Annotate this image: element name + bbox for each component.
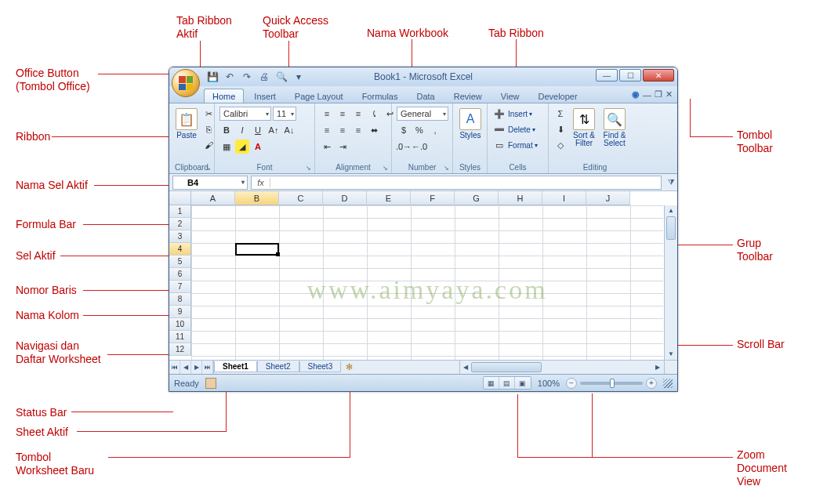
border-icon[interactable]: ▦ [219,140,234,154]
bold-button[interactable]: B [219,123,234,137]
tab-home[interactable]: Home [204,89,244,103]
tab-page-layout[interactable]: Page Layout [286,89,352,103]
tab-developer[interactable]: Developer [529,89,586,103]
column-header-E[interactable]: E [367,191,411,205]
row-header-8[interactable]: 8 [169,293,191,306]
nav-last-icon[interactable]: ⏭ [202,361,213,374]
row-header-11[interactable]: 11 [169,331,191,343]
maximize-button[interactable]: ☐ [619,69,641,82]
tab-view[interactable]: View [492,89,528,103]
align-right-icon[interactable]: ≡ [351,123,365,137]
sort-filter-button[interactable]: ⇅ Sort & Filter [570,107,598,149]
row-header-3[interactable]: 3 [169,230,191,243]
format-cells-button[interactable]: ▭Format▾ [492,138,538,152]
view-normal-icon[interactable]: ▦ [484,377,499,389]
sheet-tab-2[interactable]: Sheet2 [257,361,299,372]
cells-area[interactable]: www.aimyaya.com [191,205,663,360]
view-page-break-icon[interactable]: ▣ [515,377,531,389]
decrease-decimal-icon[interactable]: ←.0 [412,140,426,154]
new-sheet-button[interactable]: ✻ [341,362,357,372]
row-header-12[interactable]: 12 [169,343,191,356]
tab-formulas[interactable]: Formulas [354,89,407,103]
sheet-tab-1[interactable]: Sheet1 [214,361,257,372]
number-format-dropdown[interactable]: General [397,107,448,121]
alignment-dialog-icon[interactable]: ↘ [383,165,388,172]
grow-font-icon[interactable]: A↑ [267,123,281,137]
qat-preview-icon[interactable]: 🔍 [274,70,288,84]
column-header-I[interactable]: I [542,191,586,205]
minimize-button[interactable]: — [596,69,618,82]
scroll-down-icon[interactable]: ▼ [665,349,677,360]
italic-button[interactable]: I [235,123,249,137]
column-header-C[interactable]: C [279,191,323,205]
qat-print-icon[interactable]: 🖨 [257,70,271,84]
row-header-5[interactable]: 5 [169,256,191,268]
select-all-corner[interactable] [169,191,191,205]
autosum-icon[interactable]: Σ [553,107,568,121]
row-header-7[interactable]: 7 [169,281,191,293]
help-icon[interactable]: ◉ [632,89,640,100]
column-header-J[interactable]: J [586,191,630,205]
tab-review[interactable]: Review [445,89,491,103]
hscroll-thumb[interactable] [471,362,542,372]
scroll-up-icon[interactable]: ▲ [665,205,677,216]
insert-cells-button[interactable]: ➕Insert▾ [492,107,532,121]
align-left-icon[interactable]: ≡ [320,123,334,137]
shrink-font-icon[interactable]: A↓ [282,123,296,137]
zoom-out-button[interactable]: − [566,378,577,389]
row-header-9[interactable]: 9 [169,306,191,318]
row-header-2[interactable]: 2 [169,218,191,230]
row-header-6[interactable]: 6 [169,268,191,281]
clear-icon[interactable]: ◇ [553,138,568,152]
qat-more-icon[interactable]: ▾ [292,70,306,84]
zoom-in-button[interactable]: + [646,378,657,389]
font-name-dropdown[interactable]: Calibri [219,107,271,121]
column-header-A[interactable]: A [191,191,235,205]
qat-undo-icon[interactable]: ↶ [223,70,237,84]
comma-icon[interactable]: , [428,123,442,137]
fill-color-icon[interactable]: ◢ [235,140,249,154]
row-header-10[interactable]: 10 [169,318,191,331]
horizontal-scrollbar[interactable]: ◀ ▶ [459,361,663,374]
decrease-indent-icon[interactable]: ⇤ [320,140,334,154]
align-center-icon[interactable]: ≡ [335,123,350,137]
macro-record-icon[interactable] [205,378,216,389]
styles-button[interactable]: A Styles [458,107,483,141]
nav-prev-icon[interactable]: ◀ [180,361,191,374]
zoom-slider[interactable] [580,382,643,385]
align-middle-icon[interactable]: ≡ [335,107,350,121]
doc-close-button[interactable]: ✕ [665,89,673,100]
font-color-icon[interactable]: A [251,140,265,154]
name-box[interactable]: B4 [172,176,248,190]
zoom-level[interactable]: 100% [538,379,560,388]
percent-icon[interactable]: % [412,123,426,137]
column-header-D[interactable]: D [323,191,367,205]
orientation-icon[interactable]: ⤹ [367,107,381,121]
column-header-H[interactable]: H [499,191,542,205]
sheet-tab-3[interactable]: Sheet3 [299,361,342,372]
clipboard-dialog-icon[interactable]: ↘ [205,165,211,172]
find-select-button[interactable]: 🔍 Find & Select [600,107,629,149]
format-painter-icon[interactable]: 🖌 [201,138,216,152]
delete-cells-button[interactable]: ➖Delete▾ [492,122,535,136]
resize-grip[interactable] [663,379,673,388]
doc-restore-button[interactable]: ❐ [655,89,662,100]
underline-button[interactable]: U [251,123,265,137]
fill-icon[interactable]: ⬇ [553,122,568,136]
row-header-1[interactable]: 1 [169,205,191,218]
row-header-4[interactable]: 4 [169,243,191,256]
copy-icon[interactable]: ⎘ [201,122,216,136]
fx-button[interactable]: fx [252,178,270,187]
nav-first-icon[interactable]: ⏮ [169,361,180,374]
number-dialog-icon[interactable]: ↘ [444,165,449,172]
tab-insert[interactable]: Insert [245,89,285,103]
currency-icon[interactable]: $ [397,123,411,137]
font-size-dropdown[interactable]: 11 [273,107,296,121]
tab-data[interactable]: Data [408,89,443,103]
close-button[interactable]: ✕ [643,69,674,82]
view-page-layout-icon[interactable]: ▤ [499,377,515,389]
align-top-icon[interactable]: ≡ [320,107,334,121]
active-cell[interactable] [235,243,279,256]
scroll-right-icon[interactable]: ▶ [652,364,663,371]
office-button[interactable] [172,69,200,97]
